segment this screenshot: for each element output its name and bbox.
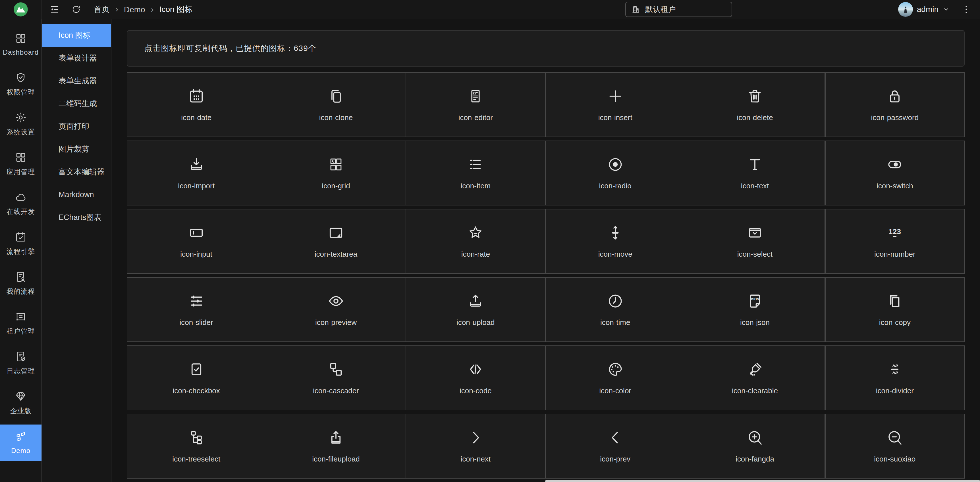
icon-card[interactable]: icon-next	[406, 414, 546, 479]
trash-icon	[746, 88, 764, 105]
icon-card[interactable]: icon-item	[406, 140, 546, 206]
icon-card[interactable]: icon-copy	[825, 277, 965, 342]
icon-card-label: icon-insert	[598, 113, 632, 122]
icon-card[interactable]: icon-code	[406, 345, 546, 410]
chevron-right-icon	[467, 429, 484, 446]
sidebar-item[interactable]: 应用管理	[0, 146, 41, 182]
menu-fold-icon[interactable]	[49, 4, 60, 14]
sidebar-item[interactable]: 在线开发	[0, 185, 41, 222]
icon-card[interactable]: icon-textarea	[266, 209, 406, 274]
icon-card[interactable]: icon-insert	[546, 72, 685, 137]
refresh-icon[interactable]	[71, 4, 81, 14]
number-123-icon: 123	[886, 224, 903, 241]
submenu-item[interactable]: Icon 图标	[42, 24, 111, 47]
user-menu[interactable]: admin	[898, 2, 950, 17]
icon-card[interactable]: JSON icon-json	[685, 277, 825, 342]
icon-card[interactable]: icon-rate	[406, 209, 546, 274]
icon-card[interactable]: icon-password	[825, 72, 965, 137]
sidebar-item[interactable]: 租户管理	[0, 305, 41, 342]
icon-card-label: icon-treeselect	[172, 455, 220, 463]
icon-card[interactable]: icon-switch	[825, 140, 965, 206]
doc-check-icon	[15, 351, 27, 362]
sidebar-item[interactable]: 流程引擎	[0, 225, 41, 262]
sidebar-item[interactable]: 企业版	[0, 385, 41, 421]
submenu-item[interactable]: Markdown	[42, 183, 111, 206]
divider-hatch-icon	[886, 361, 903, 378]
textarea-box-icon	[328, 224, 344, 241]
icon-card[interactable]: icon-color	[546, 345, 685, 410]
submenu-item[interactable]: ECharts图表	[42, 206, 111, 229]
icon-card-label: icon-text	[741, 182, 769, 190]
icon-card[interactable]: icon-checkbox	[127, 345, 266, 410]
app-root: 首页DemoIcon 图标 默认租户 admin Dashboard	[0, 0, 980, 482]
icon-card-label: icon-delete	[737, 113, 773, 122]
tenant-select[interactable]: 默认租户	[625, 2, 732, 17]
icon-card-label: icon-item	[461, 182, 490, 190]
icon-card[interactable]: icon-move	[546, 209, 685, 274]
submenu-item[interactable]: 富文本编辑器	[42, 161, 111, 183]
icon-card-label: icon-textarea	[315, 250, 357, 259]
icon-card[interactable]: icon-slider	[127, 277, 266, 342]
icon-card[interactable]: icon-grid	[266, 140, 406, 206]
icon-card[interactable]: icon-clone	[266, 72, 406, 137]
topbar-right: 默认租户 admin	[625, 2, 980, 17]
icon-card-label: icon-checkbox	[173, 386, 220, 395]
icon-card-label: icon-prev	[600, 455, 630, 463]
submenu-item[interactable]: 表单生成器	[42, 69, 111, 92]
icon-card[interactable]: icon-clearable	[685, 345, 825, 410]
breadcrumb-item[interactable]: Icon 图标	[159, 4, 193, 15]
icon-card[interactable]: icon-divider	[825, 345, 965, 410]
calendar-icon	[188, 88, 205, 105]
icon-card[interactable]: icon-fangda	[685, 414, 825, 479]
icon-card[interactable]: icon-fileupload	[266, 414, 406, 479]
submenu-item[interactable]: 表单设计器	[42, 47, 111, 69]
building-icon	[632, 5, 640, 14]
icon-card[interactable]: icon-prev	[546, 414, 685, 479]
icon-card[interactable]: icon-input	[127, 209, 266, 274]
icon-card-label: icon-select	[737, 250, 773, 259]
submenu-item[interactable]: 图片裁剪	[42, 138, 111, 161]
horizontal-scrollbar-thumb[interactable]	[545, 480, 980, 482]
lock-icon	[886, 88, 903, 105]
sidebar-item[interactable]: 权限管理	[0, 66, 41, 102]
icon-card-label: icon-radio	[599, 182, 632, 190]
submenu-item[interactable]: 二维码生成	[42, 92, 111, 115]
icon-card[interactable]: icon-treeselect	[127, 414, 266, 479]
submenu: Icon 图标表单设计器表单生成器二维码生成页面打印图片裁剪富文本编辑器Mark…	[42, 19, 111, 482]
sidebar-item[interactable]: Demo	[0, 425, 41, 461]
cascader-icon	[328, 361, 344, 378]
app-logo-icon[interactable]	[13, 2, 29, 17]
icon-card[interactable]: icon-import	[127, 140, 266, 206]
icon-card-label: icon-preview	[315, 318, 357, 327]
icon-card[interactable]: icon-select	[685, 209, 825, 274]
icon-card[interactable]: icon-editor	[406, 72, 546, 137]
icon-card[interactable]: icon-delete	[685, 72, 825, 137]
icon-card[interactable]: icon-text	[685, 140, 825, 206]
submenu-item[interactable]: 页面打印	[42, 115, 111, 138]
icon-card-label: icon-json	[740, 318, 770, 327]
sidebar-item[interactable]: 我的流程	[0, 265, 41, 302]
brush-icon	[746, 361, 764, 378]
icon-card[interactable]: 123 icon-number	[825, 209, 965, 274]
icon-card-label: icon-time	[600, 318, 630, 327]
icon-card[interactable]: icon-preview	[266, 277, 406, 342]
icon-card[interactable]: icon-radio	[546, 140, 685, 206]
icon-card[interactable]: icon-upload	[406, 277, 546, 342]
sidebar-item[interactable]: 日志管理	[0, 345, 41, 381]
icon-card-label: icon-code	[460, 386, 492, 395]
sidebar-item[interactable]: Dashboard	[0, 26, 41, 62]
tenant-select-value: 默认租户	[645, 4, 676, 14]
icon-card-label: icon-cascader	[313, 386, 359, 395]
breadcrumb-item[interactable]: Demo	[124, 5, 159, 14]
gem-icon	[15, 390, 27, 402]
more-vertical-icon[interactable]	[961, 4, 972, 14]
icon-card-label: icon-copy	[879, 318, 911, 327]
icon-card[interactable]: icon-time	[546, 277, 685, 342]
json-doc-icon: JSON	[746, 292, 764, 310]
breadcrumb-item[interactable]: 首页	[94, 4, 124, 15]
icon-card[interactable]: icon-suoxiao	[825, 414, 965, 479]
icon-card[interactable]: icon-cascader	[266, 345, 406, 410]
sidebar-item[interactable]: 系统设置	[0, 106, 41, 142]
svg-text:123: 123	[888, 227, 901, 236]
icon-card[interactable]: icon-date	[127, 72, 266, 137]
